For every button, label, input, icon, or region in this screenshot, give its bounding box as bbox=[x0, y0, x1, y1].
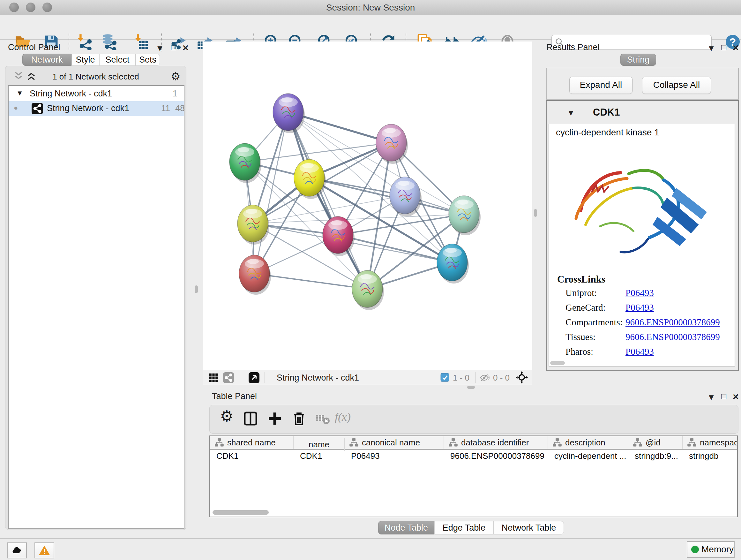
table-options-gear-icon[interactable]: ⚙ bbox=[220, 407, 233, 425]
network-node-CDK1[interactable] bbox=[294, 159, 326, 199]
vertical-splitter-handle[interactable] bbox=[195, 286, 198, 293]
column-header-canonical-name[interactable]: canonical name bbox=[345, 436, 444, 449]
table-cell[interactable]: cyclin-dependent ... bbox=[548, 449, 628, 461]
crosslinks-list: Uniprot:P06493GeneCard:P06493Compartment… bbox=[565, 288, 731, 361]
expand-all-button[interactable]: Expand All bbox=[569, 77, 632, 94]
tab-edge-table[interactable]: Edge Table bbox=[434, 521, 494, 535]
create-column-plus-icon[interactable] bbox=[267, 411, 282, 426]
delete-column-trash-icon[interactable] bbox=[291, 411, 307, 426]
tab-sets[interactable]: Sets bbox=[136, 54, 160, 66]
column-header-name[interactable]: name bbox=[293, 438, 345, 451]
network-edge[interactable] bbox=[254, 273, 367, 289]
title-bar: Session: New Session bbox=[0, 0, 741, 15]
column-header-database-identifier[interactable]: database identifier bbox=[444, 436, 548, 449]
control-panel-menu-icon[interactable]: ▼ bbox=[156, 44, 164, 53]
window-title: Session: New Session bbox=[0, 3, 741, 13]
network-node-CCNB2[interactable] bbox=[273, 94, 305, 133]
table-cell[interactable]: CDK1 bbox=[293, 449, 345, 461]
application-window: Session: New Session bbox=[0, 0, 741, 560]
tab-network-table[interactable]: Network Table bbox=[494, 521, 564, 535]
open-in-new-window-icon[interactable] bbox=[249, 372, 259, 383]
network-thumbnail-share-icon[interactable] bbox=[223, 372, 234, 383]
network-selection-status: 1 of 1 Network selected bbox=[5, 72, 186, 82]
table-header-row: shared namenamecanonical namedatabase id… bbox=[210, 436, 738, 449]
cloud-icon bbox=[11, 545, 23, 556]
network-collection-row[interactable]: ▼ String Network - cdk1 1 bbox=[9, 86, 184, 101]
network-list: ▼ String Network - cdk1 1 ● String Netwo… bbox=[8, 85, 185, 529]
column-header--id[interactable]: @id bbox=[628, 436, 683, 449]
crosslink-link[interactable]: P06493 bbox=[625, 347, 654, 357]
show-columns-icon[interactable] bbox=[243, 411, 258, 426]
collapse-all-button[interactable]: Collapse All bbox=[642, 77, 711, 94]
control-panel-float-icon[interactable]: □ bbox=[171, 43, 176, 52]
crosslink-row: Uniprot:P06493 bbox=[565, 288, 731, 302]
table-cell[interactable]: stringdb bbox=[683, 449, 738, 461]
crosslink-link[interactable]: 9606.ENSP00000378699 bbox=[625, 317, 720, 327]
crosslink-link[interactable]: 9606.ENSP00000378699 bbox=[625, 332, 720, 342]
network-node-CCNA2[interactable] bbox=[323, 216, 354, 256]
network-node-CDKN1A[interactable] bbox=[437, 244, 469, 284]
table-row[interactable]: CDK1CDK1P064939606.ENSP00000378699cyclin… bbox=[210, 449, 737, 462]
results-panel-close-icon[interactable]: × bbox=[733, 44, 739, 52]
network-view-canvas[interactable]: CCNB2CCNA1CDC25BCDK1CDC6RB1CCNB1CCNA2CDK… bbox=[203, 42, 532, 370]
import-network-from-database-icon[interactable] bbox=[101, 34, 118, 50]
network-node-HIST1H1A[interactable] bbox=[239, 255, 271, 295]
network-edge-count: 48 bbox=[175, 104, 185, 113]
network-row-selected[interactable]: ● String Network - cdk1 11 48 bbox=[9, 101, 184, 116]
column-header-shared-name[interactable]: shared name bbox=[210, 436, 293, 449]
network-node-CCNE1[interactable] bbox=[352, 270, 384, 310]
network-node-CDC6[interactable] bbox=[390, 177, 421, 216]
network-node-CDC25B[interactable] bbox=[229, 143, 261, 183]
network-node-CCNB1[interactable] bbox=[238, 205, 269, 245]
cloud-status-button[interactable] bbox=[7, 543, 27, 558]
crosslink-link[interactable]: P06493 bbox=[625, 288, 654, 298]
control-panel-close-icon[interactable]: × bbox=[183, 44, 189, 52]
hidden-eye-slash-icon[interactable] bbox=[480, 373, 490, 383]
table-panel-float-icon[interactable]: □ bbox=[721, 391, 726, 401]
grid-view-icon[interactable] bbox=[208, 373, 219, 383]
collection-expand-icon[interactable]: ▼ bbox=[16, 89, 23, 98]
tab-style[interactable]: Style bbox=[71, 54, 99, 66]
protein-structure-image bbox=[562, 143, 721, 271]
network-node-count: 11 bbox=[161, 104, 170, 113]
table-cell[interactable]: CDK1 bbox=[210, 449, 293, 461]
warnings-button[interactable] bbox=[35, 543, 54, 558]
crosslink-link[interactable]: P06493 bbox=[625, 302, 654, 313]
footer-separator bbox=[475, 372, 475, 383]
network-node-CCNA1[interactable] bbox=[376, 124, 408, 164]
table-cell[interactable]: stringdb:9... bbox=[628, 449, 683, 461]
crosslink-label: Uniprot: bbox=[565, 288, 597, 298]
network-edge[interactable] bbox=[254, 112, 288, 273]
function-builder-icon[interactable]: f(x) bbox=[335, 410, 351, 424]
network-edge[interactable] bbox=[288, 112, 367, 289]
table-cell[interactable]: P06493 bbox=[345, 449, 444, 461]
table-panel-close-icon[interactable]: × bbox=[733, 392, 739, 401]
results-scrollbar-thumb[interactable] bbox=[550, 361, 565, 365]
tab-network[interactable]: Network bbox=[22, 54, 71, 66]
table-cell[interactable]: 9606.ENSP00000378699 bbox=[444, 449, 548, 461]
gene-collapse-icon[interactable]: ▼ bbox=[567, 109, 575, 118]
network-list-container: 1 of 1 Network selected ⚙ ▼ String Netwo… bbox=[5, 66, 186, 530]
memory-button[interactable]: Memory bbox=[687, 541, 735, 558]
import-table-icon[interactable] bbox=[133, 34, 150, 50]
delete-table-icon[interactable] bbox=[315, 411, 330, 426]
network-options-gear-icon[interactable]: ⚙ bbox=[171, 70, 180, 83]
tab-select[interactable]: Select bbox=[99, 54, 136, 66]
import-network-icon[interactable] bbox=[76, 34, 92, 50]
network-node-RB1[interactable] bbox=[449, 196, 481, 235]
results-panel-menu-icon[interactable]: ▼ bbox=[707, 44, 716, 53]
horizontal-splitter-handle[interactable] bbox=[467, 386, 475, 389]
table-panel-menu-icon[interactable]: ▼ bbox=[707, 392, 716, 402]
table-panel-title: Table Panel bbox=[212, 391, 257, 401]
main-toolbar: ? bbox=[0, 15, 741, 40]
column-header-description[interactable]: description bbox=[548, 436, 628, 449]
results-panel-float-icon[interactable]: □ bbox=[721, 43, 726, 52]
tab-node-table[interactable]: Node Table bbox=[378, 521, 434, 535]
selected-checkbox-icon[interactable] bbox=[441, 373, 449, 382]
tab-string-results[interactable]: String bbox=[620, 54, 656, 66]
column-header-namespace[interactable]: namespace bbox=[683, 436, 738, 449]
vertical-splitter-handle[interactable] bbox=[534, 209, 537, 217]
table-hscrollbar-thumb[interactable] bbox=[212, 510, 269, 515]
footer-separator bbox=[265, 372, 265, 383]
center-network-crosshair-icon[interactable] bbox=[515, 371, 528, 384]
